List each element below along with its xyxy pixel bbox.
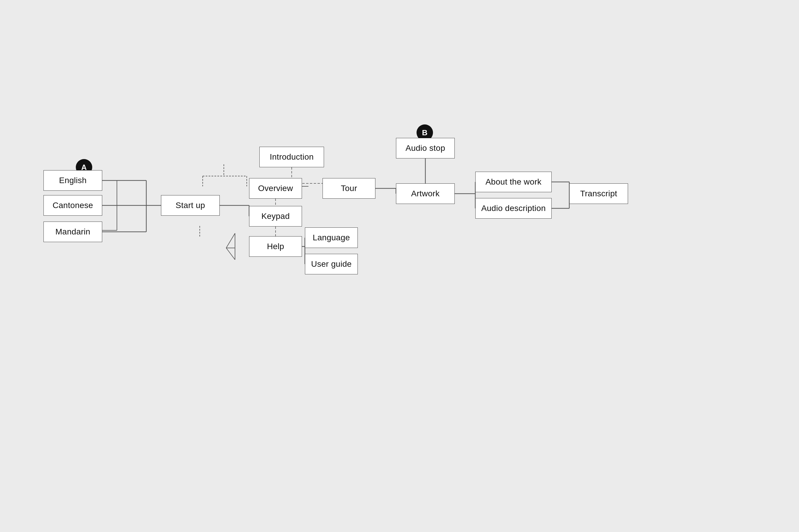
node-english: English — [43, 170, 102, 191]
node-aboutwork: About the work — [475, 172, 552, 192]
node-tour: Tour — [323, 178, 376, 199]
node-mandarin: Mandarin — [43, 222, 102, 242]
node-audiostop: Audio stop — [396, 138, 455, 158]
node-language: Language — [305, 227, 358, 248]
node-cantonese: Cantonese — [43, 195, 102, 216]
node-transcript: Transcript — [569, 184, 628, 204]
node-userguide: User guide — [305, 254, 358, 274]
diagram-svg — [0, 0, 799, 532]
node-help: Help — [249, 236, 302, 257]
diagram-container: A B English Cantonese Mandarin Start up … — [0, 0, 799, 532]
node-artwork: Artwork — [396, 184, 455, 204]
node-keypad: Keypad — [249, 206, 302, 227]
node-audiodesc: Audio description — [475, 198, 552, 218]
node-introduction: Introduction — [259, 147, 324, 167]
node-overview: Overview — [249, 178, 302, 199]
node-startup: Start up — [161, 195, 220, 216]
